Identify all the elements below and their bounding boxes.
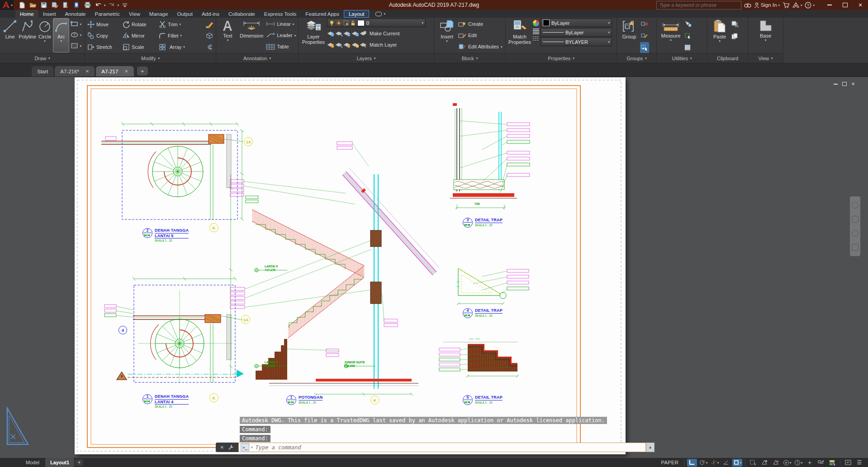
ribbon-display-toggle[interactable]: ▾ <box>375 10 385 18</box>
line-button[interactable]: Line <box>2 19 18 52</box>
array-button[interactable]: Array▾ <box>159 43 185 51</box>
layer-select-combo[interactable]: 0 ▾ <box>327 19 426 27</box>
crosshair-isolate-button[interactable]: + <box>805 459 815 467</box>
app-store-cart-icon[interactable] <box>783 2 790 8</box>
plot-preview-button[interactable] <box>61 1 71 9</box>
model-tab[interactable]: Model <box>21 458 44 467</box>
block-edit-button[interactable]: Edit <box>458 30 502 41</box>
group-edit-button[interactable] <box>640 30 649 41</box>
file-tab-a7-217[interactable]: A7-217✕ <box>96 66 133 76</box>
make-current-button[interactable]: Make Current <box>370 31 400 36</box>
space-indicator[interactable]: PAPER <box>661 460 678 465</box>
help-search-input[interactable] <box>659 2 739 8</box>
open-file-button[interactable] <box>28 1 38 9</box>
match-layer-button[interactable]: Match Layer <box>370 42 397 48</box>
panel-title-view[interactable]: View▾ <box>748 53 783 63</box>
object-color-combo[interactable]: ByLayer▾ <box>541 19 612 27</box>
new-drawing-tab-button[interactable]: + <box>137 67 148 76</box>
isolate-objects-button[interactable] <box>683 30 693 41</box>
lineweight-list-icon[interactable] <box>532 28 540 34</box>
restore-button[interactable] <box>837 0 853 10</box>
object-isolate-button[interactable] <box>816 459 826 467</box>
panel-title-properties[interactable]: Properties▾ <box>506 53 617 63</box>
layer-lock-icon[interactable] <box>351 20 356 26</box>
block-create-button[interactable]: Create <box>458 19 502 29</box>
save-as-button[interactable] <box>50 1 60 9</box>
lineweight-combo[interactable]: ByLayer▾ <box>541 28 612 37</box>
command-scroll-up[interactable]: ▲ <box>646 443 655 452</box>
file-tab-start[interactable]: Start <box>32 66 53 76</box>
annotation-scale-button[interactable]: ▾ <box>782 459 792 467</box>
layer-properties-button[interactable]: Layer Properties <box>301 19 326 52</box>
tab-annotate[interactable]: Annotate <box>60 10 90 18</box>
redo-caret-icon[interactable]: ▾ <box>118 4 119 7</box>
annoscale-caret-icon[interactable]: ▾ <box>790 461 792 464</box>
new-layout-button[interactable]: + <box>75 459 83 466</box>
doc-minimize-button[interactable] <box>834 84 838 85</box>
zoom-icon[interactable] <box>852 230 859 237</box>
dimension-button[interactable]: Dimension <box>238 19 265 52</box>
navigation-bar[interactable] <box>850 196 860 256</box>
panel-title-groups[interactable]: Groups▾ <box>617 53 656 63</box>
new-file-button[interactable] <box>17 1 27 9</box>
close-icon[interactable]: ✕ <box>85 69 89 74</box>
tab-collaborate[interactable]: Collaborate <box>224 10 260 18</box>
help-button[interactable]: ? ▾ <box>805 2 815 9</box>
recent-commands-caret-icon[interactable]: ▾ <box>251 446 253 449</box>
erase-button[interactable] <box>205 21 213 28</box>
share-mobile-button[interactable] <box>71 1 81 9</box>
tab-featured-apps[interactable]: Featured Apps <box>301 10 344 18</box>
doc-restore-button[interactable] <box>842 82 847 86</box>
group-button[interactable]: Group <box>619 19 639 52</box>
redo-button[interactable] <box>107 1 117 9</box>
close-button[interactable]: ✕ <box>853 0 868 10</box>
leader-button[interactable]: Leader▾ <box>266 30 296 41</box>
panel-title-annotation[interactable]: Annotation▾ <box>216 53 298 63</box>
graphics-performance-button[interactable] <box>827 459 837 467</box>
tab-home[interactable]: Home <box>15 10 38 18</box>
panel-title-block[interactable]: Block▾ <box>434 53 505 63</box>
snap-mode-toggle[interactable] <box>687 459 697 467</box>
polar-caret-icon[interactable]: ▾ <box>706 461 708 464</box>
close-icon[interactable]: ✕ <box>124 69 128 74</box>
trim-button[interactable]: Trim▾ <box>159 21 181 28</box>
panel-title-clipboard[interactable]: Clipboard <box>707 53 748 63</box>
panel-title-utilities[interactable]: Utilities▾ <box>657 53 707 63</box>
table-button[interactable]: Table <box>266 41 296 52</box>
panel-title-layers[interactable]: Layers▾ <box>299 53 434 63</box>
save-button[interactable] <box>39 1 49 9</box>
panel-title-modify[interactable]: Modify▾ <box>85 53 216 63</box>
object-snap-tracking-toggle[interactable] <box>721 459 731 467</box>
tab-output[interactable]: Output <box>172 10 197 18</box>
mirror-button[interactable]: Mirror <box>123 32 157 39</box>
move-button[interactable]: Move <box>87 21 121 28</box>
doc-close-button[interactable]: ✕ <box>851 81 855 86</box>
tab-insert[interactable]: Insert <box>38 10 61 18</box>
polyline-button[interactable]: Polyline <box>19 19 36 52</box>
quick-calc-button[interactable] <box>683 42 693 53</box>
polar-tracking-toggle[interactable]: ▾ <box>698 459 708 467</box>
tab-add-ins[interactable]: Add-ins <box>197 10 224 18</box>
print-button[interactable] <box>82 1 92 9</box>
match-properties-button[interactable]: Match Properties <box>508 19 531 52</box>
copy-button[interactable]: Copy <box>87 32 121 39</box>
explode-button[interactable] <box>205 32 213 39</box>
cut-clip-button[interactable] <box>730 19 740 29</box>
search-binoculars-icon[interactable] <box>744 2 751 8</box>
autoscale-toggle[interactable] <box>771 459 781 467</box>
tab-layout[interactable]: Layout <box>344 10 370 18</box>
ellipse-button[interactable]: ▾ <box>70 29 82 40</box>
scale-button[interactable]: Scale <box>123 43 157 51</box>
steering-wheel-icon[interactable] <box>852 202 859 209</box>
sign-in-button[interactable]: Sign In ▾ <box>754 2 780 8</box>
edit-attributes-button[interactable]: Edit Attributes▾ <box>458 41 502 52</box>
layer-state-icons-row1[interactable] <box>327 30 367 37</box>
rotate-button[interactable]: Rotate <box>123 21 157 28</box>
help-search-box[interactable] <box>656 1 741 10</box>
file-tab-a7-216[interactable]: A7-216*✕ <box>55 66 95 76</box>
offset-button[interactable] <box>205 43 213 51</box>
linetype-combo[interactable]: BYLAYER▾ <box>541 38 612 46</box>
selection-cycling-toggle[interactable] <box>748 459 758 467</box>
undo-caret-icon[interactable]: ▾ <box>104 4 106 7</box>
paste-button[interactable]: Paste ▾ <box>710 19 730 52</box>
